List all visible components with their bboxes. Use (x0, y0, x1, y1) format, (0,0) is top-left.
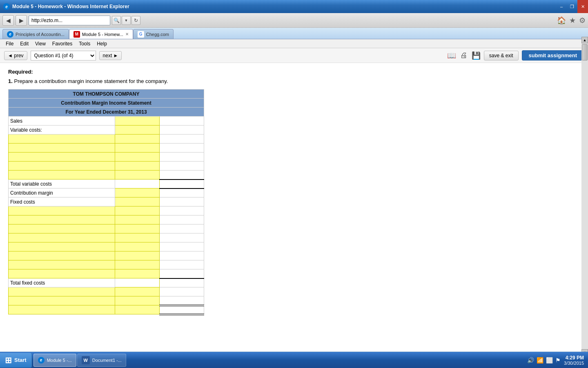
tab-module5[interactable]: M Module 5 - Homew... ✕ (69, 29, 133, 39)
fix-mid-3[interactable] (115, 224, 160, 233)
variable-costs-mid[interactable] (115, 126, 160, 135)
back-button[interactable]: ◀ (2, 15, 14, 26)
net-label-3[interactable] (9, 305, 115, 314)
fix-right-1 (160, 206, 204, 215)
tab-principles[interactable]: e Principles of Accountin... (2, 29, 69, 39)
forward-button[interactable]: ▶ (16, 15, 27, 26)
fix-mid-5[interactable] (115, 242, 160, 251)
fix-label-5[interactable] (9, 242, 115, 251)
save-exit-label: save & exit (489, 53, 513, 58)
var-mid-4[interactable] (115, 162, 160, 171)
var-mid-5[interactable] (115, 171, 160, 180)
fix-label-8[interactable] (9, 269, 115, 278)
accounting-table: TOM THOMPSON COMPANY Contribution Margin… (8, 89, 204, 315)
next-button[interactable]: next ► (99, 51, 122, 60)
var-mid-1[interactable] (115, 135, 160, 144)
contribution-mid[interactable] (115, 188, 160, 197)
total-variable-label: Total variable costs (9, 180, 115, 188)
table-header-period: For Year Ended December 31, 2013 (9, 108, 204, 117)
book-icon[interactable]: 📖 (447, 51, 456, 60)
windows-logo: ⊞ (5, 355, 12, 361)
restore-button[interactable]: ❐ (567, 0, 577, 13)
var-label-3[interactable] (9, 153, 115, 162)
fix-label-4[interactable] (9, 233, 115, 242)
dropdown-arrow[interactable]: ▼ (122, 16, 131, 25)
total-variable-right[interactable] (160, 180, 204, 188)
fix-mid-2[interactable] (115, 215, 160, 224)
menu-favorites[interactable]: Favorites (49, 40, 76, 47)
fix-mid-7[interactable] (115, 260, 160, 269)
save-icon[interactable]: 💾 (472, 51, 481, 60)
menu-view[interactable]: View (32, 40, 49, 47)
minimize-button[interactable]: – (556, 0, 567, 13)
taskbar-clock[interactable]: 4:29 PM 3/30/2015 (564, 355, 584, 361)
menu-tools[interactable]: Tools (76, 40, 94, 47)
tab-chegg[interactable]: G Chegg.com (133, 29, 174, 39)
net-label-1[interactable] (9, 287, 115, 296)
browser-toolbar: ◀ ▶ 🔍 ▼ ↻ 🏠 ★ ⚙ (0, 13, 588, 28)
volume-icon[interactable]: 📶 (537, 357, 543, 361)
table-row-total-variable: Total variable costs (9, 180, 204, 188)
table-row (9, 260, 204, 269)
net-mid-1[interactable] (115, 287, 160, 296)
submit-assignment-button[interactable]: submit assignment (522, 50, 584, 61)
var-right-1 (160, 135, 204, 144)
fix-mid-6[interactable] (115, 251, 160, 260)
var-label-2[interactable] (9, 144, 115, 153)
fix-label-7[interactable] (9, 260, 115, 269)
print-icon[interactable]: 🖨 (460, 51, 468, 60)
fix-mid-1[interactable] (115, 206, 160, 215)
net-right-2[interactable] (160, 296, 204, 305)
var-mid-3[interactable] (115, 153, 160, 162)
taskbar-ie-icon: e (38, 357, 45, 361)
network-icon[interactable]: 🔊 (527, 357, 534, 361)
table-row (9, 224, 204, 233)
fix-label-1[interactable] (9, 206, 115, 215)
fix-mid-4[interactable] (115, 233, 160, 242)
total-fixed-right[interactable] (160, 278, 204, 287)
var-label-5[interactable] (9, 171, 115, 180)
favorites-star-icon[interactable]: ★ (569, 16, 576, 25)
scroll-thumb[interactable] (582, 44, 588, 61)
question-number: 1. (8, 78, 13, 84)
fix-label-6[interactable] (9, 251, 115, 260)
var-label-1[interactable] (9, 135, 115, 144)
total-fixed-mid[interactable] (115, 278, 160, 287)
fix-label-3[interactable] (9, 224, 115, 233)
net-mid-3[interactable] (115, 305, 160, 314)
sales-input-right[interactable] (160, 117, 204, 126)
taskbar-item-ie[interactable]: e Module 5 -... (33, 354, 76, 361)
refresh-button[interactable]: ↻ (131, 16, 140, 25)
battery-icon[interactable]: ⬜ (546, 357, 553, 361)
menu-help[interactable]: Help (94, 40, 110, 47)
menu-edit[interactable]: Edit (17, 40, 32, 47)
tab-close-button[interactable]: ✕ (125, 32, 129, 36)
close-button[interactable]: ✕ (577, 0, 588, 13)
total-variable-mid[interactable] (115, 180, 160, 188)
settings-icon[interactable]: ⚙ (579, 16, 586, 25)
start-button[interactable]: ⊞ Start (0, 353, 32, 361)
sales-input-mid[interactable] (115, 117, 160, 126)
taskbar-item-word[interactable]: W Document1 -... (77, 354, 126, 361)
var-mid-2[interactable] (115, 144, 160, 153)
menu-file[interactable]: File (2, 40, 17, 47)
fix-mid-8[interactable] (115, 269, 160, 278)
notification-icon[interactable]: ⚑ (555, 357, 561, 361)
address-bar[interactable] (29, 16, 110, 25)
fix-label-2[interactable] (9, 215, 115, 224)
save-exit-button[interactable]: save & exit (484, 51, 519, 61)
table-row (9, 135, 204, 144)
scroll-up-button[interactable]: ▲ (581, 37, 588, 43)
question-selector[interactable]: Question #1 (of 4) (31, 51, 96, 61)
prev-button[interactable]: ◄ prev (4, 51, 27, 60)
home-icon[interactable]: 🏠 (557, 16, 566, 25)
fixed-costs-mid[interactable] (115, 197, 160, 206)
contribution-right[interactable] (160, 188, 204, 197)
var-label-4[interactable] (9, 162, 115, 171)
scrollbar[interactable]: ▲ ▼ (581, 37, 588, 356)
net-label-2[interactable] (9, 296, 115, 305)
net-right-1[interactable] (160, 287, 204, 296)
net-right-3[interactable] (160, 305, 204, 314)
net-mid-2[interactable] (115, 296, 160, 305)
table-row-variable-costs-label: Variable costs: (9, 126, 204, 135)
